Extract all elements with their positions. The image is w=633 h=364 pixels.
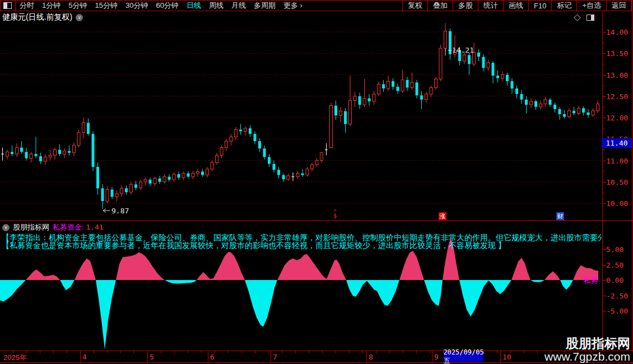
top-menu-bar: 分时1分钟5分钟15分钟30分钟60分钟日线周线月线多周期更多 › 复权叠加多股… <box>0 0 632 11</box>
layout-split-icon[interactable] <box>587 15 594 21</box>
month-label-8: 8 <box>369 353 373 361</box>
month-label-7: 7 <box>273 353 277 361</box>
month-divider <box>271 351 271 362</box>
price-axis-label: 14.00 <box>606 28 628 36</box>
indicator-axis-tick <box>603 265 606 265</box>
menu-item-多周期[interactable]: 多周期 <box>250 1 280 11</box>
menu-item-返回[interactable]: 返回 <box>606 1 631 11</box>
indicator-note-line2: 【私募资金也是资本市场的重要参与者，近年在我国发展较快，对股市的影响也不容轻视，… <box>2 241 602 251</box>
indicator-name: 私募资金: <box>53 223 84 231</box>
indicator-axis-label: -5.00 <box>606 307 628 315</box>
year-label: 2025年 <box>3 353 27 363</box>
price-axis-tick <box>603 182 606 183</box>
price-axis-minor-tick <box>603 107 604 108</box>
trading-app-window: 分时1分钟5分钟15分钟30分钟60分钟日线周线月线多周期更多 › 复权叠加多股… <box>0 0 633 364</box>
svg-text:9.87: 9.87 <box>111 207 129 215</box>
month-divider <box>500 351 501 362</box>
price-axis-tick <box>603 96 606 97</box>
month-label-5: 5 <box>150 353 154 361</box>
indicator-axis-tick <box>603 296 606 296</box>
date-axis-ticks <box>0 351 602 353</box>
price-axis-tick <box>603 118 606 118</box>
indicator-axis-tick <box>603 311 606 311</box>
indicator-axis-tick <box>603 249 606 250</box>
menu-item-叠加[interactable]: 叠加 <box>427 1 453 11</box>
chevron-down-icon[interactable]: ∨ <box>76 14 83 21</box>
svg-text:~14.21: ~14.21 <box>448 46 474 54</box>
last-price-box: 11.40 <box>602 138 632 148</box>
price-axis-minor-tick <box>603 193 604 193</box>
menu-item-1分钟[interactable]: 1分钟 <box>38 1 64 11</box>
menu-item-月线[interactable]: 月线 <box>227 1 250 11</box>
collapse-chevron-icon[interactable]: ∨ <box>2 224 10 231</box>
menu-item-统计[interactable]: 统计 <box>478 1 503 11</box>
price-axis-label: 10.00 <box>606 199 628 208</box>
price-axis-tick <box>603 32 606 32</box>
diamond-icon[interactable] <box>574 14 581 21</box>
menu-item-分时[interactable]: 分时 <box>16 1 38 11</box>
month-divider <box>80 351 81 362</box>
menu-item-30分钟[interactable]: 30分钟 <box>122 1 152 11</box>
indicator-header: ∨ 股朋指标网 私募资金: 1.41 <box>2 222 104 232</box>
event-marker-财[interactable]: 财 <box>556 212 564 220</box>
price-axis-minor-tick <box>603 128 604 129</box>
chart-title-bar: 健康元(日线.前复权) ∨ <box>0 12 602 22</box>
indicator-axis-label: -2.50 <box>606 291 628 300</box>
menu-item-日线[interactable]: 日线 <box>183 1 205 11</box>
price-axis-label: 13.00 <box>606 71 628 79</box>
indicator-value: 1.41 <box>86 223 103 231</box>
month-label-4: 4 <box>82 353 87 361</box>
indicator-line-label: 私募 <box>584 276 598 286</box>
month-label-6: 6 <box>210 353 215 361</box>
price-axis-minor-tick <box>603 86 604 86</box>
split-window-icon[interactable] <box>3 2 12 9</box>
price-axis-label: 11.00 <box>606 156 628 165</box>
month-divider <box>147 351 148 362</box>
price-axis-tick <box>603 203 606 204</box>
split-window-icon-fill <box>4 3 7 8</box>
menu-item-周线[interactable]: 周线 <box>205 1 227 11</box>
menu-item-画线[interactable]: 画线 <box>503 1 528 11</box>
price-axis-label: 10.50 <box>606 178 628 186</box>
price-axis-label: 13.50 <box>606 49 628 58</box>
month-label-9: 9 <box>434 353 439 361</box>
menu-item-+自选[interactable]: +自选 <box>576 1 606 11</box>
menu-item-60分钟[interactable]: 60分钟 <box>152 1 182 11</box>
menu-item-多股[interactable]: 多股 <box>453 1 478 11</box>
menu-item-更多 ›[interactable]: 更多 › <box>280 1 306 11</box>
indicator-axis-label: 5.00 <box>606 245 623 254</box>
event-marker-$[interactable]: ^$ <box>332 210 338 218</box>
tools-menu: 复权叠加多股统计画线F10标记+自选返回 <box>402 1 631 11</box>
month-divider <box>208 351 208 362</box>
menu-item-复权[interactable]: 复权 <box>402 1 427 11</box>
date-axis: 2025年 45678910 2025/09/05五 <box>0 351 633 363</box>
indicator-source: 股朋指标网 <box>13 222 49 232</box>
title-icons <box>575 15 602 21</box>
selected-date-box: 2025/09/05五 <box>444 352 483 362</box>
indicator-axis-label: 2.50 <box>606 260 623 269</box>
menu-item-标记[interactable]: 标记 <box>551 1 576 11</box>
period-menu: 分时1分钟5分钟15分钟30分钟60分钟日线周线月线多周期更多 › <box>16 1 306 11</box>
price-axis-minor-tick <box>603 64 604 64</box>
indicator-axis-label: 0.00 <box>606 276 623 284</box>
price-axis-tick <box>603 161 606 161</box>
chart-title: 健康元(日线.前复权) <box>2 12 72 22</box>
price-axis-tick <box>603 75 606 76</box>
indicator-axis-tick <box>603 280 606 281</box>
menu-item-5分钟[interactable]: 5分钟 <box>64 1 91 11</box>
month-label-10: 10 <box>502 353 511 361</box>
price-axis-tick <box>603 53 606 54</box>
menu-item-F10[interactable]: F10 <box>528 1 551 11</box>
watermark-url: www.7gpzb.com <box>544 350 630 363</box>
panel-separator-line <box>0 220 633 221</box>
month-divider <box>366 351 367 362</box>
watermark-site-name: 股朋指标网 <box>544 337 630 350</box>
price-axis-minor-tick <box>603 171 604 172</box>
candlestick-chart[interactable]: ~14.219.87 <box>0 22 602 221</box>
event-marker-涨[interactable]: 涨 <box>439 212 446 220</box>
menu-item-15分钟[interactable]: 15分钟 <box>91 1 121 11</box>
price-axis-minor-tick <box>603 43 604 43</box>
right-screen-border <box>632 0 632 364</box>
price-axis-label: 12.00 <box>606 114 628 122</box>
price-axis-minor-tick <box>603 150 604 150</box>
